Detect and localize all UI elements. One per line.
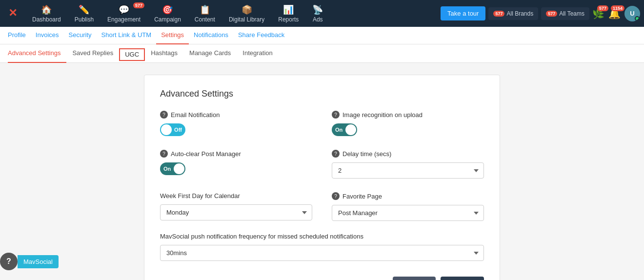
nav-label-publish: Publish xyxy=(75,16,94,23)
bell-icon-button[interactable]: 🔔 1154 xyxy=(608,8,621,20)
week-first-day-label-row: Week First Day for Calendar xyxy=(160,192,312,200)
email-notification-toggle-label: Off xyxy=(174,127,182,133)
week-first-day-field: Week First Day for Calendar Monday Sunda… xyxy=(160,192,312,221)
nav-profile[interactable]: Profile xyxy=(8,27,31,44)
auto-clear-toggle-label: On xyxy=(163,166,171,172)
publish-icon: ✏️ xyxy=(79,4,89,15)
settings-card: Advanced Settings ? Email Notification O… xyxy=(144,75,500,280)
nav-icon-group: 🌿 577 🔔 1154 U xyxy=(592,6,640,21)
push-notification-select[interactable]: 30mins 15mins 1hour 2hours Never xyxy=(160,245,484,261)
nav-item-engagement[interactable]: 💬 Engagement 577 xyxy=(101,1,147,26)
dashboard-icon: 🏠 xyxy=(41,4,52,15)
reports-icon: 📊 xyxy=(283,4,294,15)
nav-item-dashboard[interactable]: 🏠 Dashboard xyxy=(25,1,68,26)
leaf-badge: 577 xyxy=(597,5,608,11)
tab-manage-cards[interactable]: Manage Cards xyxy=(183,44,237,63)
email-notification-toggle-knob xyxy=(161,124,172,135)
tab-hashtags[interactable]: Hashtags xyxy=(145,44,183,63)
user-avatar[interactable]: U xyxy=(624,6,640,21)
week-first-day-select[interactable]: Monday Sunday Tuesday Wednesday Thursday… xyxy=(160,204,312,220)
all-teams-badge: 577 xyxy=(546,11,557,17)
auto-clear-toggle[interactable]: On xyxy=(160,162,312,175)
nav-item-campaign[interactable]: 🎯 Campaign xyxy=(147,1,188,26)
tab-saved-replies[interactable]: Saved Replies xyxy=(66,44,119,63)
all-brands-button[interactable]: 577 All Brands xyxy=(488,7,538,20)
auto-clear-field: ? Auto-clear Post Manager On xyxy=(160,150,312,179)
nav-label-dashboard: Dashboard xyxy=(32,16,61,23)
email-notification-toggle-track[interactable]: Off xyxy=(160,123,185,136)
nav-settings[interactable]: Settings xyxy=(156,27,189,44)
nav-right: Take a tour 577 All Brands 577 All Teams… xyxy=(441,6,640,21)
nav-security[interactable]: Security xyxy=(64,27,97,44)
help-text: MavSocial xyxy=(18,255,59,268)
engagement-badge: 577 xyxy=(133,2,144,8)
nav-items: 🏠 Dashboard ✏️ Publish 💬 Engagement 577 … xyxy=(25,1,441,26)
nav-label-digital-library: Digital Library xyxy=(229,16,264,23)
nav-item-publish[interactable]: ✏️ Publish xyxy=(68,1,101,26)
nav-share-feedback[interactable]: Share Feedback xyxy=(233,27,289,44)
nav-item-reports[interactable]: 📊 Reports xyxy=(271,1,305,26)
favorite-page-select[interactable]: Post Manager Dashboard Calendar Analytic… xyxy=(332,205,484,221)
take-tour-button[interactable]: Take a tour xyxy=(441,6,485,20)
bell-badge: 1154 xyxy=(611,5,624,11)
delay-time-label: Delay time (secs) xyxy=(342,150,391,158)
tab-advanced-settings[interactable]: Advanced Settings xyxy=(8,44,66,63)
action-buttons: Cancel Update xyxy=(160,277,484,280)
favorite-page-label: Favorite Page xyxy=(342,193,382,200)
digital-library-icon: 📦 xyxy=(242,4,252,15)
nav-short-link[interactable]: Short Link & UTM xyxy=(97,27,157,44)
image-recognition-toggle[interactable]: On xyxy=(332,123,484,136)
auto-clear-help-icon[interactable]: ? xyxy=(160,150,168,158)
main-content: Advanced Settings ? Email Notification O… xyxy=(0,63,644,280)
settings-grid: ? Email Notification Off ? Image recogni… xyxy=(160,111,484,221)
favorite-page-field: ? Favorite Page Post Manager Dashboard C… xyxy=(332,192,484,221)
image-recognition-field: ? Image recognition on upload On xyxy=(332,111,484,136)
image-recognition-toggle-label: On xyxy=(335,127,342,133)
nav-invoices[interactable]: Invoices xyxy=(31,27,64,44)
delay-time-select[interactable]: 2 1 3 4 5 xyxy=(332,162,484,179)
nav-label-content: Content xyxy=(195,16,215,23)
leaf-icon-button[interactable]: 🌿 577 xyxy=(592,8,604,20)
delay-time-help-icon[interactable]: ? xyxy=(332,150,340,158)
app-logo[interactable]: ✕ xyxy=(4,5,21,22)
nav-label-reports: Reports xyxy=(278,16,299,23)
nav-label-engagement: Engagement xyxy=(107,16,141,23)
content-icon: 📋 xyxy=(200,4,210,15)
all-brands-label: All Brands xyxy=(506,10,533,17)
campaign-icon: 🎯 xyxy=(162,4,173,15)
nav-label-ads: Ads xyxy=(313,16,323,23)
tab-integration[interactable]: Integration xyxy=(237,44,278,63)
image-recognition-help-icon[interactable]: ? xyxy=(332,111,340,119)
image-recognition-toggle-track[interactable]: On xyxy=(332,123,357,136)
email-notification-toggle[interactable]: Off xyxy=(160,123,312,136)
all-teams-button[interactable]: 577 All Teams xyxy=(541,7,589,20)
push-notification-label-row: MavSocial push notification frequency fo… xyxy=(160,233,484,240)
all-brands-badge: 577 xyxy=(493,11,504,17)
nav-item-digital-library[interactable]: 📦 Digital Library xyxy=(222,1,271,26)
nav-notifications[interactable]: Notifications xyxy=(189,27,233,44)
update-button[interactable]: Update xyxy=(441,277,484,280)
image-recognition-toggle-knob xyxy=(345,124,356,135)
cancel-button[interactable]: Cancel xyxy=(393,277,436,280)
tab-ugc[interactable]: UGC xyxy=(119,48,145,61)
auto-clear-label: Auto-clear Post Manager xyxy=(171,150,241,158)
push-notification-field: MavSocial push notification frequency fo… xyxy=(160,233,484,261)
image-recognition-label-row: ? Image recognition on upload xyxy=(332,111,484,119)
top-navigation: ✕ 🏠 Dashboard ✏️ Publish 💬 Engagement 57… xyxy=(0,0,644,27)
help-circle-icon: ? xyxy=(0,253,18,270)
favorite-page-help-icon[interactable]: ? xyxy=(332,192,340,200)
image-recognition-label: Image recognition on upload xyxy=(342,111,423,119)
week-first-day-label: Week First Day for Calendar xyxy=(160,192,240,200)
email-notification-help-icon[interactable]: ? xyxy=(160,111,168,119)
settings-navigation: Profile Invoices Security Short Link & U… xyxy=(0,27,644,44)
auto-clear-toggle-track[interactable]: On xyxy=(160,162,185,175)
help-button[interactable]: ? MavSocial xyxy=(0,253,59,270)
push-notification-label: MavSocial push notification frequency fo… xyxy=(160,233,363,240)
favorite-page-label-row: ? Favorite Page xyxy=(332,192,484,200)
settings-title: Advanced Settings xyxy=(160,89,484,99)
svg-text:✕: ✕ xyxy=(8,7,17,19)
engagement-icon: 💬 xyxy=(119,4,129,15)
nav-item-ads[interactable]: 📡 Ads xyxy=(305,1,330,26)
nav-item-content[interactable]: 📋 Content xyxy=(188,1,222,26)
email-notification-label: Email Notification xyxy=(171,111,220,119)
